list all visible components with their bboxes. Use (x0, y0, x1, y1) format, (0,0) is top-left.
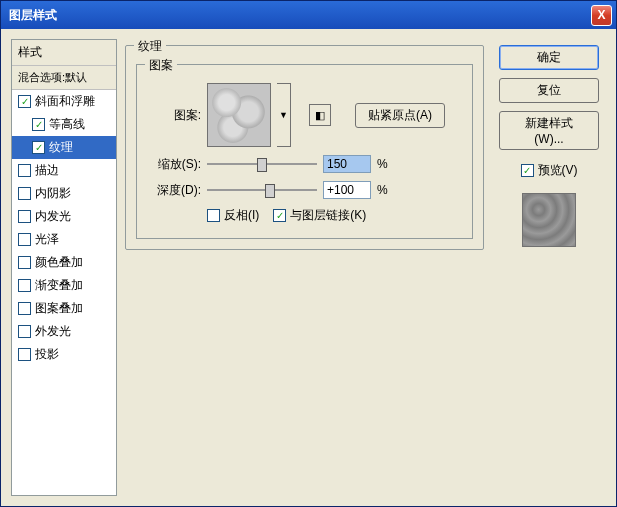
style-checkbox[interactable] (32, 118, 45, 131)
link-label: 与图层链接(K) (290, 207, 366, 224)
ok-button[interactable]: 确定 (499, 45, 599, 70)
link-checkbox[interactable] (273, 209, 286, 222)
style-checkbox[interactable] (18, 279, 31, 292)
depth-label: 深度(D): (149, 182, 201, 199)
pattern-label: 图案: (149, 107, 201, 124)
style-item-label: 内阴影 (35, 185, 71, 202)
style-item-纹理[interactable]: 纹理 (12, 136, 116, 159)
style-item-内阴影[interactable]: 内阴影 (12, 182, 116, 205)
style-item-label: 纹理 (49, 139, 73, 156)
style-list-header: 样式 (12, 40, 116, 66)
scale-input[interactable]: 150 (323, 155, 371, 173)
style-checkbox[interactable] (18, 325, 31, 338)
link-checkbox-wrap[interactable]: 与图层链接(K) (273, 207, 366, 224)
depth-slider[interactable] (207, 182, 317, 198)
depth-row: 深度(D): +100 % (149, 181, 460, 199)
depth-input[interactable]: +100 (323, 181, 371, 199)
style-item-label: 描边 (35, 162, 59, 179)
style-item-label: 投影 (35, 346, 59, 363)
style-item-label: 颜色叠加 (35, 254, 83, 271)
pattern-preview[interactable] (207, 83, 271, 147)
cancel-button[interactable]: 复位 (499, 78, 599, 103)
close-icon: X (597, 8, 605, 22)
style-item-label: 内发光 (35, 208, 71, 225)
checkbox-row: 反相(I) 与图层链接(K) (149, 207, 460, 224)
pattern-row: 图案: ▼ ◧ 贴紧原点(A) (149, 83, 460, 147)
new-preset-icon[interactable]: ◧ (309, 104, 331, 126)
titlebar: 图层样式 X (1, 1, 616, 29)
snap-origin-button[interactable]: 贴紧原点(A) (355, 103, 445, 128)
layer-style-dialog: 图层样式 X 样式 混合选项:默认 斜面和浮雕等高线纹理描边内阴影内发光光泽颜色… (0, 0, 617, 507)
style-checkbox[interactable] (18, 164, 31, 177)
pattern-group-label: 图案 (145, 57, 177, 74)
preview-label: 预览(V) (538, 162, 578, 179)
style-item-描边[interactable]: 描边 (12, 159, 116, 182)
style-item-斜面和浮雕[interactable]: 斜面和浮雕 (12, 90, 116, 113)
style-checkbox[interactable] (18, 233, 31, 246)
right-panel: 确定 复位 新建样式(W)... 预览(V) (492, 39, 606, 496)
close-button[interactable]: X (591, 5, 612, 26)
settings-panel: 纹理 图案 图案: ▼ ◧ 贴紧原点(A) 缩放(S): (125, 39, 484, 496)
style-checkbox[interactable] (32, 141, 45, 154)
style-checkbox[interactable] (18, 95, 31, 108)
style-item-等高线[interactable]: 等高线 (12, 113, 116, 136)
scale-unit: % (377, 157, 388, 171)
style-checkbox[interactable] (18, 210, 31, 223)
invert-label: 反相(I) (224, 207, 259, 224)
style-item-label: 外发光 (35, 323, 71, 340)
style-list: 样式 混合选项:默认 斜面和浮雕等高线纹理描边内阴影内发光光泽颜色叠加渐变叠加图… (11, 39, 117, 496)
pattern-dropdown-arrow[interactable]: ▼ (277, 83, 291, 147)
dialog-body: 样式 混合选项:默认 斜面和浮雕等高线纹理描边内阴影内发光光泽颜色叠加渐变叠加图… (1, 29, 616, 506)
style-item-label: 斜面和浮雕 (35, 93, 95, 110)
scale-label: 缩放(S): (149, 156, 201, 173)
style-item-外发光[interactable]: 外发光 (12, 320, 116, 343)
texture-group-label: 纹理 (134, 38, 166, 55)
style-item-内发光[interactable]: 内发光 (12, 205, 116, 228)
depth-unit: % (377, 183, 388, 197)
style-checkbox[interactable] (18, 187, 31, 200)
style-item-label: 光泽 (35, 231, 59, 248)
preview-swatch (522, 193, 576, 247)
style-item-label: 图案叠加 (35, 300, 83, 317)
scale-slider[interactable] (207, 156, 317, 172)
preview-checkbox[interactable] (521, 164, 534, 177)
new-style-button[interactable]: 新建样式(W)... (499, 111, 599, 150)
style-item-光泽[interactable]: 光泽 (12, 228, 116, 251)
invert-checkbox[interactable] (207, 209, 220, 222)
style-checkbox[interactable] (18, 348, 31, 361)
blending-options-default[interactable]: 混合选项:默认 (12, 66, 116, 90)
style-item-图案叠加[interactable]: 图案叠加 (12, 297, 116, 320)
style-checkbox[interactable] (18, 256, 31, 269)
preview-checkbox-wrap[interactable]: 预览(V) (521, 162, 578, 179)
style-item-渐变叠加[interactable]: 渐变叠加 (12, 274, 116, 297)
style-item-投影[interactable]: 投影 (12, 343, 116, 366)
style-item-label: 等高线 (49, 116, 85, 133)
style-checkbox[interactable] (18, 302, 31, 315)
style-item-label: 渐变叠加 (35, 277, 83, 294)
pattern-group: 图案 图案: ▼ ◧ 贴紧原点(A) 缩放(S): (136, 64, 473, 239)
style-item-颜色叠加[interactable]: 颜色叠加 (12, 251, 116, 274)
texture-group: 纹理 图案 图案: ▼ ◧ 贴紧原点(A) 缩放(S): (125, 45, 484, 250)
invert-checkbox-wrap[interactable]: 反相(I) (207, 207, 259, 224)
scale-row: 缩放(S): 150 % (149, 155, 460, 173)
dialog-title: 图层样式 (9, 7, 591, 24)
